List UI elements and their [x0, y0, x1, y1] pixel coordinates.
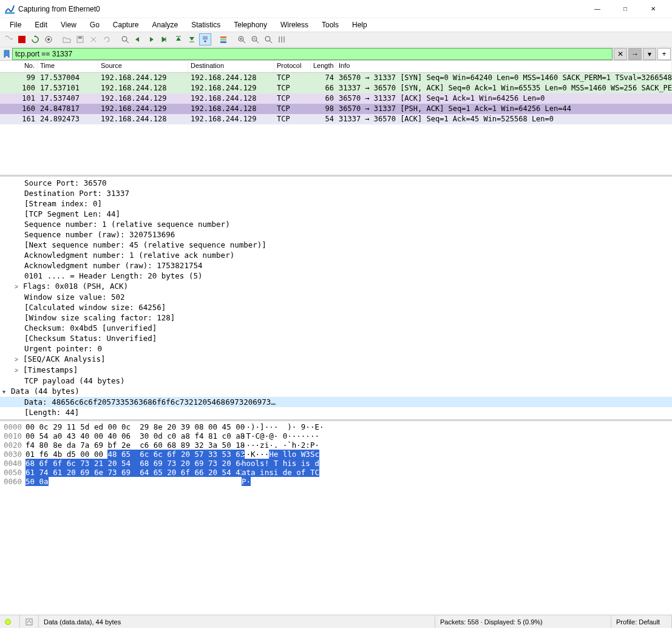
svg-point-3 [47, 38, 50, 41]
packet-row[interactable]: 9917.537004192.168.244.129192.168.244.12… [0, 73, 672, 83]
detail-line[interactable]: Destination Port: 31337 [0, 188, 672, 198]
col-header-source[interactable]: Source [98, 61, 188, 72]
capture-options-icon[interactable] [42, 33, 55, 46]
titlebar: Capturing from Ethernet0 — □ ✕ [0, 0, 672, 18]
detail-line[interactable]: [TCP Segment Len: 44] [0, 209, 672, 219]
svg-rect-16 [220, 41, 226, 43]
svg-line-20 [243, 41, 245, 43]
status-capture-led[interactable] [0, 615, 20, 628]
detail-line[interactable]: TCP payload (44 bytes) [0, 376, 672, 386]
packet-row[interactable]: 10117.537407192.168.244.129192.168.244.1… [0, 93, 672, 104]
menu-statistics[interactable]: Statistics [185, 19, 226, 30]
menu-edit[interactable]: Edit [29, 19, 53, 30]
go-back-icon[interactable] [132, 33, 144, 46]
find-packet-icon[interactable] [119, 33, 131, 46]
hex-row: 001000 54 a0 43 40 00 40 06 30 0d c0 a8 … [4, 431, 668, 441]
status-field-info: Data (data.data), 44 bytes [39, 615, 435, 628]
filter-clear-button[interactable]: ✕ [614, 48, 627, 60]
svg-line-23 [256, 41, 259, 43]
detail-line[interactable]: [Window size scaling factor: 128] [0, 312, 672, 323]
menu-analyze[interactable]: Analyze [146, 19, 185, 30]
menubar: File Edit View Go Capture Analyze Statis… [0, 18, 672, 32]
detail-line[interactable]: [Calculated window size: 64256] [0, 302, 672, 312]
detail-line[interactable]: Sequence number: 1 (relative sequence nu… [0, 219, 672, 229]
packet-list[interactable]: 9917.537004192.168.244.129192.168.244.12… [0, 73, 672, 175]
detail-line[interactable]: Urgent pointer: 0 [0, 343, 672, 354]
go-last-icon[interactable] [186, 33, 198, 46]
go-to-packet-icon[interactable] [159, 33, 171, 46]
menu-view[interactable]: View [55, 19, 83, 30]
detail-line[interactable]: [Length: 44] [0, 407, 672, 417]
col-header-length[interactable]: Length [311, 61, 336, 72]
col-header-no[interactable]: No. [0, 61, 38, 72]
hex-row: 006050 0aP· [4, 477, 668, 486]
open-file-icon[interactable] [61, 33, 73, 46]
minimize-button[interactable]: — [583, 0, 611, 18]
window-title: Capturing from Ethernet0 [18, 5, 583, 13]
packet-details-pane[interactable]: Source Port: 36570 Destination Port: 313… [0, 177, 672, 419]
svg-line-25 [270, 41, 272, 43]
col-header-info[interactable]: Info [336, 61, 672, 72]
menu-tools[interactable]: Tools [316, 19, 345, 30]
wireshark-logo-icon [5, 4, 15, 14]
filter-add-button[interactable]: + [657, 48, 671, 60]
display-filter-input[interactable] [12, 48, 613, 60]
stop-capture-icon[interactable] [16, 33, 28, 46]
zoom-reset-icon[interactable] [262, 33, 274, 46]
menu-capture[interactable]: Capture [107, 19, 145, 30]
maximize-button[interactable]: □ [611, 0, 639, 18]
svg-point-8 [122, 36, 127, 41]
filter-apply-button[interactable]: → [628, 48, 642, 60]
restart-capture-icon[interactable] [29, 33, 41, 46]
detail-line[interactable]: Source Port: 36570 [0, 178, 672, 188]
menu-help[interactable]: Help [346, 19, 373, 30]
start-capture-icon[interactable] [2, 33, 15, 46]
reload-icon[interactable] [101, 33, 113, 46]
detail-line[interactable]: 0101 .... = Header Length: 20 bytes (5) [0, 271, 672, 281]
packet-row[interactable]: 16024.847817192.168.244.129192.168.244.1… [0, 104, 672, 114]
menu-go[interactable]: Go [84, 19, 106, 30]
toolbar [0, 32, 672, 47]
close-file-icon[interactable] [87, 33, 100, 46]
status-profile[interactable]: Profile: Default [611, 615, 672, 628]
svg-rect-1 [18, 36, 25, 43]
detail-line[interactable]: Sequence number (raw): 3207513696 [0, 229, 672, 240]
statusbar: Data (data.data), 44 bytes Packets: 558 … [0, 615, 672, 628]
col-header-destination[interactable]: Destination [188, 61, 274, 72]
detail-line[interactable]: Acknowledgment number: 1 (relative ack n… [0, 250, 672, 260]
close-button[interactable]: ✕ [639, 0, 667, 18]
detail-timestamps-tree[interactable]: [Timestamps] [0, 365, 672, 376]
detail-line[interactable]: [Stream index: 0] [0, 198, 672, 209]
detail-line[interactable]: [Next sequence number: 45 (relative sequ… [0, 240, 672, 250]
detail-seqack-tree[interactable]: [SEQ/ACK Analysis] [0, 354, 672, 365]
detail-data-field[interactable]: Data: 48656c6c6f2057335363686f6f6c732120… [0, 397, 672, 407]
filter-history-button[interactable]: ▾ [643, 48, 656, 60]
resize-columns-icon[interactable] [276, 33, 288, 46]
go-forward-icon[interactable] [146, 33, 158, 46]
detail-line[interactable]: Checksum: 0x4bd5 [unverified] [0, 323, 672, 333]
svg-point-24 [265, 36, 270, 41]
hex-row: 003001 f6 4b d5 00 00 48 65 6c 6c 6f 20 … [4, 450, 668, 459]
go-first-icon[interactable] [172, 33, 185, 46]
zoom-out-icon[interactable] [249, 33, 261, 46]
zoom-in-icon[interactable] [236, 33, 248, 46]
menu-wireless[interactable]: Wireless [274, 19, 314, 30]
detail-line[interactable]: Window size value: 502 [0, 292, 672, 302]
menu-telephony[interactable]: Telephony [228, 19, 273, 30]
packet-row[interactable]: 10017.537101192.168.244.128192.168.244.1… [0, 83, 672, 93]
save-file-icon[interactable] [74, 33, 86, 46]
menu-file[interactable]: File [4, 19, 27, 30]
packet-bytes-pane[interactable]: 000000 0c 29 11 5d ed 00 0c 29 8e 20 39 … [0, 421, 672, 615]
detail-flags-tree[interactable]: Flags: 0x018 (PSH, ACK) [0, 281, 672, 292]
auto-scroll-icon[interactable] [199, 33, 211, 46]
col-header-time[interactable]: Time [38, 61, 98, 72]
hex-row: 0020f4 80 8e da 7a 69 bf 2e c6 60 68 89 … [4, 441, 668, 450]
status-expert-icon[interactable] [20, 615, 39, 628]
detail-line[interactable]: [Checksum Status: Unverified] [0, 333, 672, 343]
col-header-protocol[interactable]: Protocol [274, 61, 311, 72]
detail-line[interactable]: Acknowledgment number (raw): 1753821754 [0, 260, 672, 271]
packet-row[interactable]: 16124.892473192.168.244.128192.168.244.1… [0, 114, 672, 124]
detail-data-tree[interactable]: Data (44 bytes) [0, 386, 672, 397]
colorize-icon[interactable] [217, 33, 229, 46]
filter-bookmark-icon[interactable] [2, 50, 11, 58]
